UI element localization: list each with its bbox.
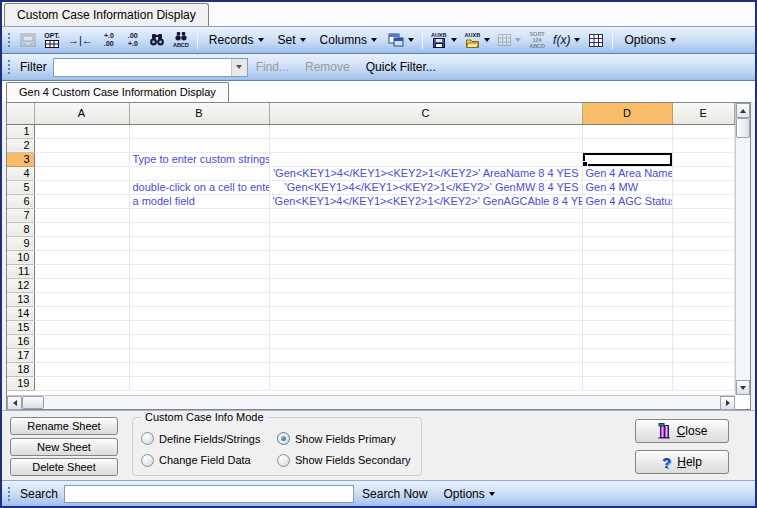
row-header-19[interactable]: 19	[7, 376, 34, 390]
row-header-3[interactable]: 3	[7, 152, 34, 166]
filter-combobox-dropdown[interactable]	[231, 59, 247, 76]
row-header-18[interactable]: 18	[7, 362, 34, 376]
row-header-15[interactable]: 15	[7, 320, 34, 334]
grid-cell-b9[interactable]	[129, 236, 269, 250]
aux-open-icon[interactable]: AUXB	[462, 29, 494, 51]
grid-cell-e14[interactable]	[672, 306, 735, 320]
grid-cell-a9[interactable]	[34, 236, 129, 250]
column-header-e[interactable]: E	[672, 103, 735, 124]
grid-cell-a10[interactable]	[34, 250, 129, 264]
grid-cell-b18[interactable]	[129, 362, 269, 376]
grid-cell-b10[interactable]	[129, 250, 269, 264]
grid-cell-e13[interactable]	[672, 292, 735, 306]
grid-cell-e15[interactable]	[672, 320, 735, 334]
grid-cell-e5[interactable]	[672, 180, 735, 194]
scroll-up-button[interactable]	[736, 103, 750, 118]
grid-cell-a14[interactable]	[34, 306, 129, 320]
row-header-1[interactable]: 1	[7, 124, 34, 138]
grid-cell-a8[interactable]	[34, 222, 129, 236]
grid-cell-d10[interactable]	[582, 250, 672, 264]
grid-cell-a11[interactable]	[34, 264, 129, 278]
grid-cell-e3[interactable]	[672, 152, 735, 166]
search-now-button[interactable]: Search Now	[362, 487, 427, 501]
delete-sheet-button[interactable]: Delete Sheet	[10, 458, 118, 476]
grid-cell-a2[interactable]	[34, 138, 129, 152]
grid-cell-d11[interactable]	[582, 264, 672, 278]
increase-decimal-icon[interactable]: +.0 .00	[98, 29, 120, 51]
grid-icon[interactable]	[585, 29, 607, 51]
grid-cell-b7[interactable]	[129, 208, 269, 222]
radio-show-fields-primary[interactable]: Show Fields Primary	[277, 428, 413, 450]
row-header-5[interactable]: 5	[7, 180, 34, 194]
horizontal-scroll-thumb[interactable]	[22, 396, 44, 409]
grid-cell-b1[interactable]	[129, 124, 269, 138]
column-header-c[interactable]: C	[269, 103, 582, 124]
grid-cell-c4[interactable]: 'Gen<KEY1>4</KEY1><KEY2>1</KEY2>' AreaNa…	[269, 166, 582, 180]
grid-cell-e7[interactable]	[672, 208, 735, 222]
grid-cell-c15[interactable]	[269, 320, 582, 334]
help-button[interactable]: ? Help	[635, 450, 729, 474]
grid-cell-b13[interactable]	[129, 292, 269, 306]
row-header-12[interactable]: 12	[7, 278, 34, 292]
tab-custom-case-information-display[interactable]: Custom Case Information Display	[4, 3, 209, 26]
radio-show-fields-secondary[interactable]: Show Fields Secondary	[277, 450, 413, 472]
filter-combobox[interactable]	[53, 58, 248, 77]
grid-cell-c16[interactable]	[269, 334, 582, 348]
grid-cell-c9[interactable]	[269, 236, 582, 250]
row-header-4[interactable]: 4	[7, 166, 34, 180]
grid-cell-a7[interactable]	[34, 208, 129, 222]
set-menu[interactable]: Set	[272, 29, 312, 51]
grid-cell-c12[interactable]	[269, 278, 582, 292]
close-button[interactable]: Close	[635, 419, 729, 443]
column-header-b[interactable]: B	[129, 103, 269, 124]
find-abcd-icon[interactable]: ABCD	[170, 29, 192, 51]
radio-define-fields-strings[interactable]: Define Fields/Strings	[141, 428, 277, 450]
grid-cell-c13[interactable]	[269, 292, 582, 306]
search-input[interactable]	[64, 485, 354, 503]
aux-save-icon[interactable]: AUXB	[428, 29, 460, 51]
fx-menu[interactable]: f(x)	[550, 29, 583, 51]
grid-cell-d13[interactable]	[582, 292, 672, 306]
grid-cell-a4[interactable]	[34, 166, 129, 180]
toolbar-grip[interactable]	[7, 32, 12, 48]
grid-cell-d2[interactable]	[582, 138, 672, 152]
row-header-11[interactable]: 11	[7, 264, 34, 278]
grid-cell-e16[interactable]	[672, 334, 735, 348]
grid-cell-a12[interactable]	[34, 278, 129, 292]
grid-cell-c2[interactable]	[269, 138, 582, 152]
grid-cell-d4[interactable]: Gen 4 Area Name	[582, 166, 672, 180]
grid-cell-e4[interactable]	[672, 166, 735, 180]
toolbar-options-menu[interactable]: Options	[618, 29, 681, 51]
filterbar-grip[interactable]	[7, 59, 12, 75]
grid-cell-e11[interactable]	[672, 264, 735, 278]
filter-combobox-input[interactable]	[54, 59, 231, 76]
sheet-tab-gen4[interactable]: Gen 4 Custom Case Information Display	[6, 82, 229, 102]
case-info-displays-icon[interactable]	[385, 29, 417, 51]
find-icon[interactable]	[146, 29, 168, 51]
grid-cell-e6[interactable]	[672, 194, 735, 208]
grid-cell-c5[interactable]: 'Gen<KEY1>4</KEY1><KEY2>1</KEY2>' GenMW …	[269, 180, 582, 194]
column-autofit-icon[interactable]: →|←	[65, 29, 96, 51]
grid-cell-c7[interactable]	[269, 208, 582, 222]
decrease-decimal-icon[interactable]: .00 +.0	[122, 29, 144, 51]
grid-cell-b17[interactable]	[129, 348, 269, 362]
grid-cell-c11[interactable]	[269, 264, 582, 278]
grid-cell-d17[interactable]	[582, 348, 672, 362]
grid-cell-c18[interactable]	[269, 362, 582, 376]
columns-menu[interactable]: Columns	[314, 29, 383, 51]
grid-cell-b5[interactable]: double-click on a cell to enter	[129, 180, 269, 194]
grid-cell-a16[interactable]	[34, 334, 129, 348]
grid-cell-e9[interactable]	[672, 236, 735, 250]
grid-cell-d9[interactable]	[582, 236, 672, 250]
grid-cell-a1[interactable]	[34, 124, 129, 138]
new-sheet-button[interactable]: New Sheet	[10, 438, 118, 456]
vertical-scrollbar[interactable]	[735, 103, 750, 395]
vertical-scroll-track[interactable]	[736, 138, 750, 380]
grid-cell-c14[interactable]	[269, 306, 582, 320]
grid-cell-d1[interactable]	[582, 124, 672, 138]
grid-cell-b16[interactable]	[129, 334, 269, 348]
horizontal-scroll-track[interactable]	[44, 396, 720, 409]
row-header-7[interactable]: 7	[7, 208, 34, 222]
grid-cell-c10[interactable]	[269, 250, 582, 264]
grid-cell-b3[interactable]: Type to enter custom strings	[129, 152, 269, 166]
